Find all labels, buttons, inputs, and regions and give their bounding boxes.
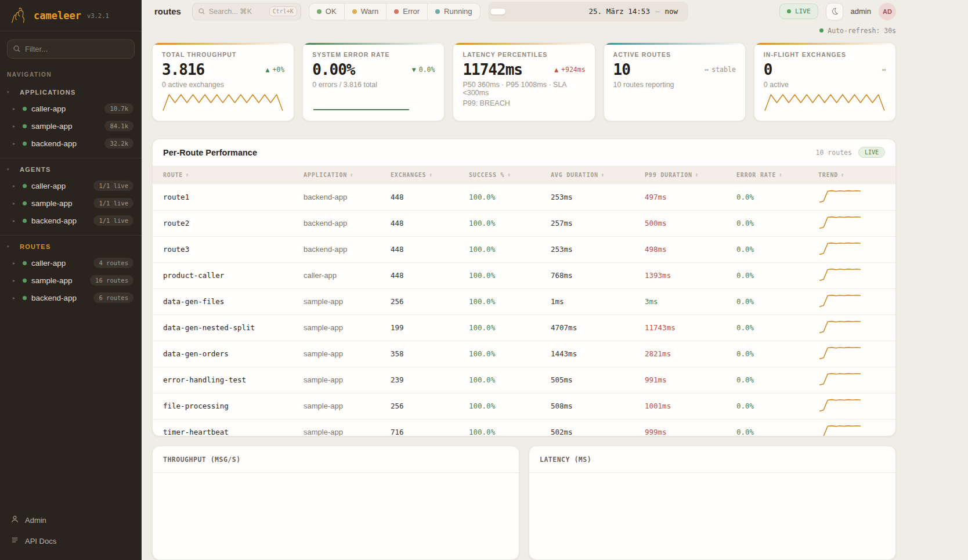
date-range-display[interactable]: 25. März 14:53 — now — [581, 7, 686, 16]
bottom-charts-row: THROUGHPUT (MSG/S) LATENCY (MS) — [152, 446, 896, 560]
table-row[interactable]: data-gen-orders sample-app 358 100.0% 14… — [153, 341, 895, 367]
page-title: routes — [152, 6, 185, 16]
sidebar-section-header[interactable]: ▾ ROUTES — [0, 239, 142, 254]
trend-sparkline — [818, 371, 862, 387]
sidebar-section-label: APPLICATIONS — [20, 89, 76, 96]
kpi-sparkline — [312, 92, 434, 113]
sidebar-item-label: caller-app — [31, 104, 66, 113]
sidebar-item-label: sample-app — [31, 122, 73, 131]
sidebar-filter — [7, 39, 135, 59]
column-header[interactable]: ROUTE ↕ — [163, 172, 304, 178]
search-box[interactable]: Ctrl+K — [192, 3, 301, 20]
column-header[interactable]: AVG DURATION ↕ — [551, 172, 645, 178]
time-range-button[interactable] — [505, 9, 521, 15]
sidebar-item[interactable]: ▸ backend-app 32.2k — [0, 135, 142, 152]
sidebar-item-badge: 16 routes — [90, 275, 133, 286]
main-area: routes Ctrl+K OK Warn Error Running 25. … — [142, 0, 968, 560]
sidebar-item-badge: 10.7k — [104, 103, 133, 114]
time-range-button[interactable] — [521, 9, 536, 15]
cell-exchanges: 358 — [391, 349, 469, 358]
search-input[interactable] — [209, 8, 266, 16]
table-row[interactable]: file-processing sample-app 256 100.0% 50… — [153, 393, 895, 419]
kpi-value: 10 — [613, 61, 630, 78]
sidebar-footer-item[interactable]: Admin — [8, 511, 133, 529]
table-row[interactable]: data-gen-files sample-app 256 100.0% 1ms… — [153, 288, 895, 315]
delta-direction-icon: ▼ — [412, 66, 416, 74]
cell-error-rate: 0.0% — [736, 323, 818, 332]
kpi-subtext-2: P99: BREACH — [463, 99, 585, 107]
table-row[interactable]: error-handling-test sample-app 239 100.0… — [153, 367, 895, 393]
kpi-subtext: 0 active — [764, 81, 886, 89]
sidebar-section-header[interactable]: ▾ AGENTS — [0, 162, 142, 177]
cell-success-pct: 100.0% — [469, 402, 551, 410]
cell-avg-duration: 768ms — [551, 271, 645, 280]
live-label: LIVE — [795, 8, 811, 15]
topbar-right-cluster: LIVE admin AD — [779, 3, 896, 20]
caret-right-icon: ▸ — [13, 218, 18, 223]
live-dot-icon — [787, 9, 791, 13]
user-avatar[interactable]: AD — [879, 3, 896, 20]
kpi-sparkline — [162, 92, 284, 113]
live-toggle[interactable]: LIVE — [779, 3, 818, 19]
column-header[interactable]: P99 DURATION ↕ — [645, 172, 736, 178]
cell-success-pct: 100.0% — [469, 323, 551, 332]
table-row[interactable]: data-gen-nested-split sample-app 199 100… — [153, 315, 895, 341]
column-header[interactable]: TREND ↕ — [818, 172, 885, 178]
cell-application: backend-app — [304, 245, 391, 254]
status-filter-button[interactable]: Running — [427, 3, 479, 20]
kpi-label: SYSTEM ERROR RATE — [312, 51, 435, 58]
table-title: Per-Route Performance — [163, 148, 257, 157]
date-separator: — — [655, 7, 660, 16]
table-row[interactable]: route2 backend-app 448 100.0% 257ms 500m… — [153, 210, 895, 236]
sort-icon: ↕ — [507, 172, 511, 178]
cell-exchanges: 199 — [391, 323, 469, 332]
time-range-button[interactable] — [566, 9, 581, 15]
table-row[interactable]: route3 backend-app 448 100.0% 253ms 498m… — [153, 236, 895, 262]
cell-application: sample-app — [304, 402, 391, 410]
column-header[interactable]: SUCCESS % ↕ — [469, 172, 551, 178]
filter-input[interactable] — [7, 39, 135, 59]
status-filter-button[interactable]: Error — [386, 3, 427, 20]
sidebar-item[interactable]: ▸ backend-app 1/1 live — [0, 212, 142, 229]
column-header[interactable]: EXCHANGES ↕ — [391, 172, 469, 178]
time-range-button[interactable] — [490, 9, 505, 15]
cell-route: error-handling-test — [163, 375, 304, 384]
sidebar-item-badge: 1/1 live — [93, 180, 133, 191]
sidebar-item-label: caller-app — [31, 259, 66, 268]
sidebar-item[interactable]: ▸ backend-app 6 routes — [0, 289, 142, 306]
kpi-label: ACTIVE ROUTES — [613, 51, 736, 58]
cell-application: caller-app — [304, 271, 391, 280]
time-range-button[interactable] — [551, 9, 566, 15]
cell-route: route3 — [163, 245, 304, 254]
trend-sparkline — [818, 188, 862, 204]
sidebar-section-header[interactable]: ▾ APPLICATIONS — [0, 85, 142, 100]
cell-route: route1 — [163, 193, 304, 201]
cell-error-rate: 0.0% — [736, 375, 818, 384]
sidebar-item[interactable]: ▸ sample-app 1/1 live — [0, 194, 142, 212]
cell-error-rate: 0.0% — [736, 402, 818, 410]
status-filter-button[interactable]: OK — [309, 3, 344, 20]
cell-exchanges: 239 — [391, 375, 469, 384]
routes-count: 10 routes — [816, 149, 852, 157]
date-end: now — [664, 7, 678, 16]
theme-toggle-button[interactable] — [826, 3, 843, 20]
cell-avg-duration: 253ms — [551, 193, 645, 201]
table-row[interactable]: product-caller caller-app 448 100.0% 768… — [153, 262, 895, 288]
sidebar-footer-item[interactable]: API Docs — [8, 532, 133, 550]
column-header[interactable]: ERROR RATE ↕ — [736, 172, 818, 178]
caret-right-icon: ▸ — [13, 124, 18, 129]
table-row[interactable]: timer-heartbeat sample-app 716 100.0% 50… — [153, 419, 895, 437]
caret-down-icon: ▾ — [7, 167, 13, 172]
sidebar-item[interactable]: ▸ sample-app 16 routes — [0, 272, 142, 289]
cell-trend — [818, 319, 885, 337]
sidebar-item[interactable]: ▸ caller-app 10.7k — [0, 100, 142, 117]
sidebar-item[interactable]: ▸ caller-app 1/1 live — [0, 177, 142, 194]
sidebar-item[interactable]: ▸ sample-app 84.1k — [0, 117, 142, 135]
per-route-performance-panel: Per-Route Performance 10 routes LIVE ROU… — [152, 139, 896, 437]
sidebar-item[interactable]: ▸ caller-app 4 routes — [0, 254, 142, 272]
table-row[interactable]: route1 backend-app 448 100.0% 253ms 497m… — [153, 184, 895, 210]
cell-trend — [818, 345, 885, 363]
column-header[interactable]: APPLICATION ↕ — [304, 172, 391, 178]
time-range-button[interactable] — [536, 9, 551, 15]
status-filter-button[interactable]: Warn — [344, 3, 387, 20]
